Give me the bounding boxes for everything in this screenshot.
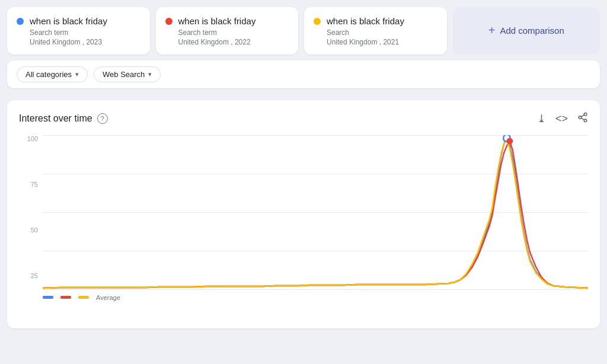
plus-icon: + [488, 24, 496, 37]
card-title-2023: when is black friday [30, 15, 107, 27]
card-subtitle1-2023: Search term [30, 28, 107, 37]
chart-title-row: Interest over time ? [19, 113, 108, 124]
chart-area [43, 135, 588, 289]
svg-line-4 [581, 114, 584, 116]
y-label-25: 25 [19, 272, 38, 279]
web-search-filter[interactable]: Web Search ▾ [94, 66, 161, 82]
y-label-100: 100 [19, 135, 38, 142]
help-icon[interactable]: ? [97, 113, 108, 124]
search-card-2021[interactable]: when is black friday Search United Kingd… [304, 7, 447, 55]
y-label-75: 75 [19, 181, 38, 188]
share-icon[interactable] [577, 112, 588, 126]
tooltip-dot-2022 [507, 138, 513, 144]
svg-line-3 [581, 118, 584, 120]
all-categories-filter[interactable]: All categories ▾ [17, 66, 88, 82]
grid-line-0 [43, 289, 588, 290]
card-title-2021: when is black friday [327, 15, 404, 27]
card-subtitle1-2021: Search [327, 28, 404, 37]
chevron-down-icon-2: ▾ [148, 71, 152, 78]
chart-legend: Average [43, 294, 588, 301]
download-icon[interactable]: ⤓ [537, 112, 546, 125]
line-2022 [43, 141, 588, 288]
card-title-2022: when is black friday [178, 15, 256, 27]
filter-bar: All categories ▾ Web Search ▾ [7, 60, 600, 88]
line-2023 [43, 138, 588, 288]
add-comparison-label: Add comparison [500, 25, 564, 36]
web-search-label: Web Search [103, 70, 145, 79]
card-subtitle2-2021: United Kingdom , 2021 [327, 38, 404, 46]
chevron-down-icon: ▾ [75, 71, 79, 78]
legend-item-2022 [60, 296, 71, 299]
card-subtitle2-2023: United Kingdom , 2023 [30, 38, 107, 46]
search-cards: when is black friday Search term United … [7, 7, 600, 55]
card-text-2023: when is black friday Search term United … [30, 15, 107, 46]
legend-bar-2021 [78, 296, 89, 299]
search-card-2023[interactable]: when is black friday Search term United … [7, 7, 150, 55]
legend-item-2021 [78, 296, 89, 299]
chart-header: Interest over time ? ⤓ <> [19, 112, 588, 126]
legend-bar-2022 [60, 296, 71, 299]
line-2021 [43, 140, 588, 288]
legend-item-2023 [43, 296, 53, 299]
card-text-2021: when is black friday Search United Kingd… [327, 15, 404, 46]
chart-section: Interest over time ? ⤓ <> 25 50 75 100 [7, 100, 600, 328]
chart-svg [43, 135, 588, 289]
all-categories-label: All categories [25, 70, 72, 79]
card-subtitle1-2022: Search term [178, 28, 256, 37]
embed-icon[interactable]: <> [555, 113, 568, 125]
card-subtitle2-2022: United Kingdom , 2022 [178, 38, 256, 46]
card-dot-2023 [17, 18, 24, 25]
y-axis: 25 50 75 100 [19, 135, 38, 319]
legend-label: Average [96, 294, 120, 301]
card-dot-2022 [165, 18, 172, 25]
y-label-50: 50 [19, 226, 38, 234]
legend-bar-2023 [43, 296, 53, 299]
chart-title: Interest over time [19, 113, 92, 124]
add-comparison-card[interactable]: + Add comparison [453, 7, 600, 55]
chart-container: 25 50 75 100 [43, 135, 588, 319]
search-card-2022[interactable]: when is black friday Search term United … [156, 7, 299, 55]
card-text-2022: when is black friday Search term United … [178, 15, 256, 46]
chart-actions: ⤓ <> [537, 112, 588, 126]
card-dot-2021 [314, 18, 321, 25]
top-section: when is black friday Search term United … [7, 7, 600, 94]
